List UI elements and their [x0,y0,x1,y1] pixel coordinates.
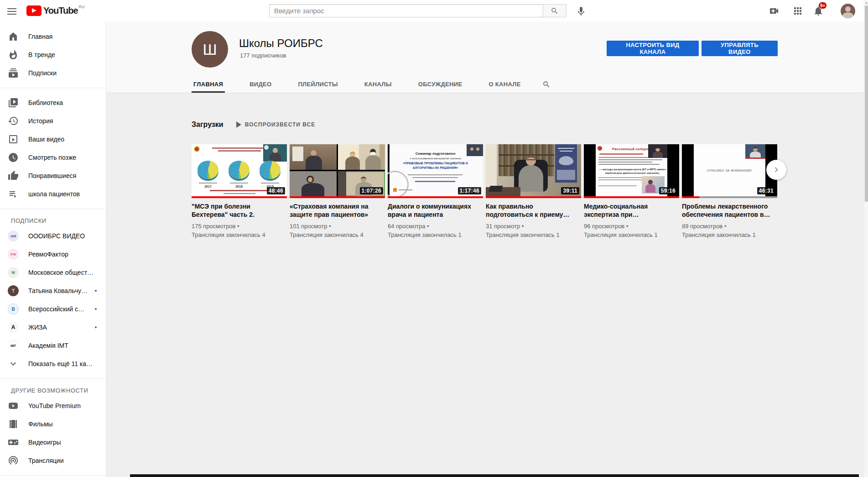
video-card[interactable]: 39:11 Как правильно подготовиться к прие… [486,144,581,239]
watch-progress [486,196,581,198]
video-thumbnail[interactable]: 39:11 [486,144,581,198]
sidebar-item-liked-videos[interactable]: Понравившиеся [0,167,106,185]
sidebar-item-label: Библиотека [28,99,100,106]
video-meta: Трансляция закончилась 4 [290,231,385,239]
sidebar-subscription-channel[interactable]: iMT Академія IMT [0,336,106,355]
video-title[interactable]: Диалоги о коммуникациях врача и пациента [388,202,483,219]
sidebar-item-label: Показать ещё 11 ка… [28,360,100,367]
watch-progress [192,196,287,198]
sidebar-item-label: Татьяна Ковальчу… [28,287,95,294]
tab-discussion[interactable]: ОБСУЖДЕНИЕ [405,76,476,93]
play-all-button[interactable]: ВОСПРОИЗВЕСТИ ВСЕ [236,121,316,128]
sidebar-subscription-channel[interactable]: РФ РевмоФактор [0,245,106,263]
scrollbar-thumb[interactable] [865,5,868,202]
watch-progress [682,196,777,198]
account-avatar[interactable] [841,4,855,18]
your-videos-icon [8,134,19,145]
sidebar-item-label: Трансляции [28,457,100,464]
create-video-button[interactable] [769,5,780,18]
sidebar-item-history[interactable]: История [0,112,106,130]
sidebar-item-trending[interactable]: В тренде [0,46,106,64]
search-icon [542,80,551,89]
watch-progress [290,196,385,198]
video-thumbnail[interactable]: СПАСИБО ЗА ВНИМАНИЕ! 46:31 [682,144,777,198]
channel-header: Ш Школы РОИБРС 177 подписчиков НАСТРОИТЬ… [106,22,868,93]
video-thumbnail[interactable]: 1:07:26 [290,144,385,198]
sidebar-item-library[interactable]: Библиотека [0,94,106,112]
apps-button[interactable] [792,5,803,18]
sidebar-item-playlist-school[interactable]: школа пациентов [0,185,106,203]
sidebar-item-label: Главная [28,33,100,40]
sidebar-item-gaming[interactable]: Видеоигры [0,433,106,451]
sidebar-subscription-channel[interactable]: А ЖИЗА [0,318,106,336]
video-meta: Трансляция закончилась 4 [192,231,287,239]
sidebar-subscription-channel[interactable]: Т Татьяна Ковальчу… [0,282,106,300]
new-content-dot [95,308,97,310]
sidebar-item-label: Смотреть позже [28,154,100,161]
channel-search-button[interactable] [534,76,559,93]
sidebar-item-home[interactable]: Главная [0,27,106,46]
tab-channels[interactable]: КАНАЛЫ [351,76,405,93]
search-button[interactable] [543,4,567,17]
tab-about[interactable]: О КАНАЛЕ [475,76,534,93]
subscriptions-header: ПОДПИСКИ [0,215,106,227]
tab-playlists[interactable]: ПЛЕЙЛИСТЫ [285,76,351,93]
video-title[interactable]: Как правильно подготовиться к приему… [486,202,581,219]
tab-home[interactable]: ГЛАВНАЯ [180,76,236,93]
sidebar-show-more[interactable]: Показать ещё 11 ка… [0,355,106,373]
sidebar-item-your-videos[interactable]: Ваши видео [0,130,106,148]
video-duration: 48:46 [267,187,285,194]
sidebar-item-label: ОООИБРС ВИДЕО [28,232,100,240]
video-card[interactable]: СПАСИБО ЗА ВНИМАНИЕ! 46:31 Проблемы лека… [682,144,777,239]
video-thumbnail[interactable]: 2017 2018 2019 48:46 [192,144,287,198]
carousel-next-button[interactable] [766,160,786,180]
scrollbar-up-arrow[interactable]: ▲ [865,1,868,4]
video-card[interactable]: 1:07:26 «Страховая компания на защите пр… [290,144,385,239]
sidebar-subscription-channel[interactable]: М Московское общест… [0,263,106,282]
notifications-badge: 9+ [818,2,827,9]
watch-progress [584,196,679,198]
manage-videos-button[interactable]: УПРАВЛЯТЬ ВИДЕО [702,41,778,56]
youtube-wordmark: YouTube [43,5,78,16]
subscriptions-icon [8,68,19,79]
sidebar-item-premium[interactable]: YouTube Premium [0,397,106,415]
video-thumbnail[interactable]: Семинар подготовлен с использованием мат… [388,144,483,198]
sidebar-item-movies[interactable]: Фильмы [0,415,106,433]
video-thumbnail[interactable]: Рассеянный склероз — методы визуализации… [584,144,679,198]
channel-avatar: В [8,304,19,315]
library-icon [8,97,19,108]
mic-icon[interactable] [576,6,587,17]
sidebar-subscription-channel[interactable]: ОИ ОООИБРС ВИДЕО [0,227,106,245]
video-duration: 59:16 [659,187,677,194]
video-card[interactable]: Рассеянный склероз — методы визуализации… [584,144,679,239]
sidebar-item-subscriptions[interactable]: Подписки [0,64,106,82]
customize-channel-button[interactable]: НАСТРОИТЬ ВИД КАНАЛА [607,41,699,56]
video-title[interactable]: "МСЭ при болезни Бехтерева" часть 2. [192,202,287,219]
hamburger-menu-icon[interactable] [6,6,17,16]
fire-icon [8,49,19,60]
video-views: 89 просмотров • [682,222,777,231]
play-icon [236,121,241,128]
search-input[interactable] [269,4,543,17]
gaming-icon [8,437,19,448]
sidebar-item-label: YouTube Premium [28,402,100,409]
sidebar-item-label: Ваши видео [28,136,100,143]
video-title[interactable]: «Страховая компания на защите прав пацие… [290,202,385,219]
channel-tabs: ГЛАВНАЯ ВИДЕО ПЛЕЙЛИСТЫ КАНАЛЫ ОБСУЖДЕНИ… [180,76,559,93]
video-title[interactable]: Медико-социальная экспертиза при… [584,202,679,219]
channel-avatar: РФ [8,249,19,260]
channel-home-content: Загрузки ВОСПРОИЗВЕСТИ ВСЕ 2017 2018 201 [106,93,868,477]
sidebar-subscription-channel[interactable]: В Всероссийский с… [0,300,106,318]
video-duration: 1:07:26 [360,187,383,194]
live-icon [8,455,19,466]
page-scrollbar[interactable]: ▲ [864,0,868,477]
notifications-button[interactable]: 9+ [813,5,824,18]
video-title[interactable]: Проблемы лекарственного обеспечения паци… [682,202,777,219]
video-card[interactable]: 2017 2018 2019 48:46 "МСЭ при болезни Бе… [192,144,287,239]
tab-videos[interactable]: ВИДЕО [236,76,285,93]
channel-avatar-large[interactable]: Ш [192,31,228,68]
sidebar-item-live[interactable]: Трансляции [0,451,106,470]
video-card[interactable]: Семинар подготовлен с использованием мат… [388,144,483,239]
sidebar-item-watch-later[interactable]: Смотреть позже [0,148,106,167]
youtube-logo[interactable]: YouTube RU [26,5,85,16]
